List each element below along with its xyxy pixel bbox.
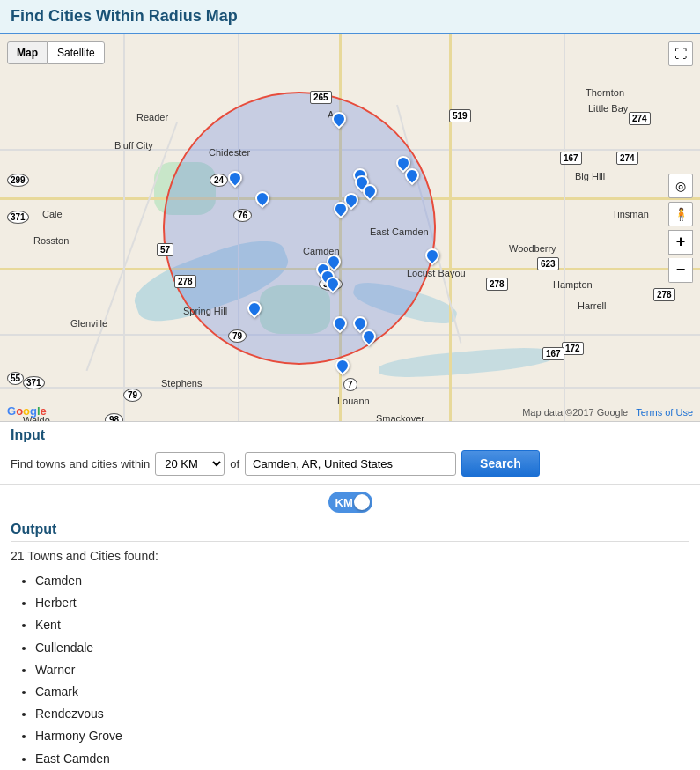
search-button[interactable]: Search	[461, 450, 540, 477]
highway-badge: 79	[123, 389, 142, 402]
location-input[interactable]	[245, 452, 456, 476]
map-container: Reader Bluff City Ary Thornton Little Ba…	[0, 34, 700, 422]
map-pin[interactable]	[405, 168, 416, 182]
find-label: Find towns and cities within	[11, 457, 150, 470]
city-list-item: Rendezvous	[35, 703, 689, 725]
map-pin[interactable]	[247, 301, 258, 315]
google-logo: Google	[7, 404, 47, 418]
map-top-right-controls: ⛶	[668, 41, 693, 66]
city-list-item: Kent	[35, 614, 689, 636]
input-row: Find towns and cities within 20 KM 5 KM …	[11, 450, 689, 477]
highway-badge: 265	[310, 91, 332, 104]
highway-badge: 79	[228, 329, 247, 343]
city-list-item: Warner	[35, 659, 689, 681]
map-type-controls: Map Satellite	[7, 41, 105, 64]
highway-badge: 172	[562, 342, 584, 355]
map-label-smackover: Smackover	[376, 413, 424, 422]
toggle-container: KM	[328, 492, 372, 513]
city-list: CamdenHerbertKentCullendaleWarnerCamarkR…	[11, 570, 689, 770]
map-label-harrell: Harrell	[578, 300, 606, 311]
highway-badge: 371	[23, 376, 45, 389]
map-label-reader: Reader	[136, 112, 168, 122]
compass-icon: ◎	[675, 179, 686, 193]
map-attribution: Map data ©2017 Google Terms of Use	[522, 407, 693, 418]
radius-circle	[163, 92, 436, 365]
map-label-bighill: Big Hill	[575, 171, 605, 181]
map-pin[interactable]	[333, 316, 343, 330]
highway-badge: 76	[233, 209, 252, 222]
output-section-title: Output	[11, 522, 689, 542]
highway-badge: 274	[629, 112, 651, 125]
person-icon: 🧍	[674, 207, 689, 221]
map-pin[interactable]	[363, 184, 373, 198]
toggle-label: KM	[328, 496, 353, 509]
map-pin[interactable]	[335, 359, 346, 373]
input-section-title: Input	[11, 427, 689, 443]
toggle-knob	[354, 494, 370, 510]
map-pin[interactable]	[353, 316, 364, 330]
map-label-louann: Louann	[337, 396, 370, 406]
road	[564, 34, 565, 422]
map-label-cale: Cale	[42, 209, 63, 219]
highway-badge: 299	[7, 174, 29, 187]
fullscreen-icon: ⛶	[674, 47, 687, 61]
map-type-map-btn[interactable]: Map	[7, 41, 48, 64]
map-pin[interactable]	[425, 248, 436, 263]
toggle-row: KM	[0, 485, 700, 516]
map-right-controls: ◎ 🧍 + −	[668, 174, 693, 283]
road	[449, 34, 452, 422]
city-list-item: East Camden	[35, 748, 689, 770]
input-section: Input Find towns and cities within 20 KM…	[0, 422, 700, 485]
radius-select[interactable]: 20 KM 5 KM 10 KM 50 KM 100 KM	[155, 452, 225, 476]
map-streetview-btn[interactable]: 🧍	[668, 202, 693, 226]
highway-badge: 371	[7, 211, 29, 224]
water-feature	[378, 344, 555, 381]
map-zoom-in-btn[interactable]: +	[668, 230, 693, 255]
map-label-hampton: Hampton	[553, 279, 593, 290]
map-label-thornton: Thornton	[586, 87, 624, 98]
terms-of-use-link[interactable]: Terms of Use	[636, 407, 693, 418]
highway-badge: 274	[616, 152, 638, 165]
map-pin[interactable]	[362, 329, 372, 344]
page-header: Find Cities Within Radius Map	[0, 0, 700, 34]
city-list-item: Camden	[35, 570, 689, 592]
city-list-item: Camark	[35, 681, 689, 703]
highway-badge: 278	[174, 275, 196, 288]
city-list-item: Harmony Grove	[35, 725, 689, 747]
highway-badge: 57	[157, 243, 173, 256]
map-zoom-out-btn[interactable]: −	[668, 258, 693, 283]
highway-badge: 278	[486, 278, 508, 291]
map-type-satellite-btn[interactable]: Satellite	[48, 41, 105, 64]
km-toggle[interactable]: KM	[328, 492, 372, 513]
map-label-rosston: Rosston	[33, 235, 69, 246]
map-pin[interactable]	[334, 202, 344, 216]
highway-badge: 167	[560, 152, 582, 165]
map-compass-btn[interactable]: ◎	[668, 174, 693, 198]
map-background: Reader Bluff City Ary Thornton Little Ba…	[0, 34, 700, 421]
of-label: of	[230, 457, 239, 470]
city-list-item: Herbert	[35, 592, 689, 614]
map-label-tinsman: Tinsman	[612, 209, 649, 219]
page-title: Find Cities Within Radius Map	[11, 7, 689, 26]
highway-badge: 167	[542, 347, 564, 360]
road	[123, 34, 125, 422]
highway-badge: 55	[7, 372, 24, 385]
highway-badge: 24	[210, 174, 228, 187]
map-label-woodberry: Woodberry	[509, 243, 556, 254]
map-pin[interactable]	[255, 191, 266, 205]
highway-badge: 519	[449, 109, 471, 122]
highway-badge: 7	[343, 378, 357, 391]
map-pin[interactable]	[326, 277, 336, 291]
output-section: Output 21 Towns and Cities found: Camden…	[0, 516, 700, 770]
map-fullscreen-btn[interactable]: ⛶	[668, 41, 693, 66]
page-container: Find Cities Within Radius Map	[0, 0, 700, 770]
highway-badge: 98	[105, 413, 123, 422]
city-list-item: Cullendale	[35, 637, 689, 659]
highway-badge: 623	[537, 257, 559, 270]
map-label-littlebay: Little Bay	[588, 103, 628, 114]
result-count: 21 Towns and Cities found:	[11, 549, 689, 563]
map-pin[interactable]	[332, 112, 343, 126]
highway-badge: 278	[653, 288, 675, 301]
map-pin[interactable]	[228, 171, 239, 185]
